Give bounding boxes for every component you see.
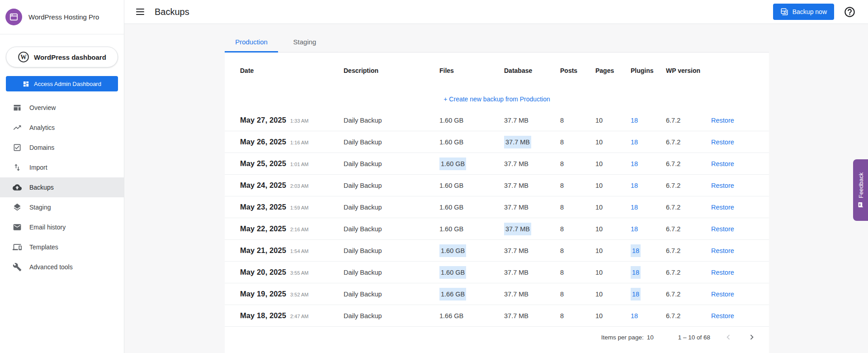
domains-icon bbox=[13, 143, 22, 152]
sidebar-item-templates[interactable]: Templates bbox=[0, 237, 124, 257]
help-icon bbox=[844, 6, 856, 18]
plugins-count-link[interactable]: 18 bbox=[631, 225, 638, 233]
sidebar-item-staging[interactable]: Staging bbox=[0, 197, 124, 217]
restore-link[interactable]: Restore bbox=[711, 291, 734, 298]
cell-database: 37.7 MB bbox=[504, 312, 560, 320]
column-header-posts: Posts bbox=[560, 67, 595, 74]
cell-database: 37.7 MB bbox=[504, 204, 560, 211]
cell-wp_version: 6.7.2 bbox=[666, 160, 711, 167]
cell-posts: 8 bbox=[560, 247, 595, 254]
cell-files: 1.60 GB bbox=[439, 247, 504, 254]
next-page-icon[interactable] bbox=[746, 332, 757, 343]
items-per-page-label: Items per page: bbox=[601, 334, 644, 341]
cell-date: May 27, 20251:33 AM bbox=[240, 116, 344, 124]
cell-plugins: 18 bbox=[631, 117, 666, 124]
cell-pages: 10 bbox=[595, 138, 631, 146]
sidebar-item-advanced-tools[interactable]: Advanced tools bbox=[0, 257, 124, 277]
plugins-count-link[interactable]: 18 bbox=[631, 244, 641, 257]
plugins-count-link[interactable]: 18 bbox=[631, 160, 638, 167]
cell-description: Daily Backup bbox=[344, 160, 439, 167]
table-row: May 27, 20251:33 AMDaily Backup1.60 GB37… bbox=[225, 110, 769, 131]
cell-wp_version: 6.7.2 bbox=[666, 204, 711, 211]
items-per-page-value[interactable]: 10 bbox=[647, 334, 654, 341]
cell-plugins: 18 bbox=[631, 138, 666, 146]
create-backup-row: + Create new backup from Production bbox=[225, 89, 769, 110]
cell-database: 37.7 MB bbox=[504, 291, 560, 298]
cell-files: 1.60 GB bbox=[439, 204, 504, 211]
access-admin-dashboard-button[interactable]: Access Admin Dashboard bbox=[6, 76, 118, 91]
restore-link[interactable]: Restore bbox=[711, 117, 734, 124]
create-backup-link[interactable]: + Create new backup from Production bbox=[443, 95, 550, 103]
svg-text:W: W bbox=[20, 54, 27, 61]
cell-date: May 25, 20251:01 AM bbox=[240, 159, 344, 168]
restore-link[interactable]: Restore bbox=[711, 138, 734, 146]
menu-icon[interactable] bbox=[136, 8, 145, 15]
restore-link[interactable]: Restore bbox=[711, 182, 734, 189]
column-header-plugins: Plugins bbox=[631, 67, 666, 74]
cell-time: 2:47 AM bbox=[290, 314, 308, 319]
staging-icon bbox=[13, 203, 22, 212]
pagination: Items per page: 10 1 – 10 of 68 bbox=[225, 327, 769, 348]
table-row: May 26, 20251:16 AMDaily Backup1.60 GB37… bbox=[225, 131, 769, 153]
plugins-count-link[interactable]: 18 bbox=[631, 312, 638, 320]
cell-posts: 8 bbox=[560, 291, 595, 298]
plugins-count-link[interactable]: 18 bbox=[631, 266, 641, 279]
cell-date: May 23, 20251:59 AM bbox=[240, 203, 344, 211]
pagination-range: 1 – 10 of 68 bbox=[678, 334, 710, 341]
plugins-count-link[interactable]: 18 bbox=[631, 117, 638, 124]
cell-files: 1.60 GB bbox=[439, 225, 504, 233]
cell-date: May 22, 20252:16 AM bbox=[240, 224, 344, 233]
cell-database: 37.7 MB bbox=[504, 269, 560, 276]
cell-posts: 8 bbox=[560, 182, 595, 189]
cell-date: May 26, 20251:16 AM bbox=[240, 138, 344, 146]
content: ProductionStaging DateDescriptionFilesDa… bbox=[124, 24, 868, 353]
restore-link[interactable]: Restore bbox=[711, 160, 734, 167]
backup-table-icon bbox=[780, 8, 788, 16]
restore-link[interactable]: Restore bbox=[711, 204, 734, 211]
cell-files: 1.60 GB bbox=[439, 182, 504, 189]
cell-wp_version: 6.7.2 bbox=[666, 269, 711, 276]
cell-time: 3:55 AM bbox=[290, 270, 308, 276]
cell-wp_version: 6.7.2 bbox=[666, 182, 711, 189]
restore-link[interactable]: Restore bbox=[711, 269, 734, 276]
cell-time: 1:01 AM bbox=[290, 162, 308, 167]
plugins-count-link[interactable]: 18 bbox=[631, 288, 641, 301]
cell-date: May 24, 20252:03 AM bbox=[240, 181, 344, 190]
sidebar-item-email-history[interactable]: Email history bbox=[0, 217, 124, 237]
sidebar: WordPress Hosting Pro W WordPress dashbo… bbox=[0, 0, 124, 353]
plugins-count-link[interactable]: 18 bbox=[631, 138, 638, 146]
cell-action: Restore bbox=[711, 204, 758, 211]
sidebar-item-domains[interactable]: Domains bbox=[0, 138, 124, 157]
cell-files: 1.60 GB bbox=[439, 160, 504, 167]
sidebar-item-analytics[interactable]: Analytics bbox=[0, 118, 124, 138]
restore-link[interactable]: Restore bbox=[711, 225, 734, 233]
table-row: May 22, 20252:16 AMDaily Backup1.60 GB37… bbox=[225, 218, 769, 240]
cell-pages: 10 bbox=[595, 247, 631, 254]
feedback-chat-icon bbox=[858, 202, 863, 208]
sidebar-item-backups[interactable]: Backups bbox=[0, 177, 124, 197]
access-admin-dashboard-label: Access Admin Dashboard bbox=[34, 81, 101, 87]
backup-now-button[interactable]: Backup now bbox=[773, 4, 834, 20]
main-area: Backups Backup now ProductionStaging bbox=[124, 0, 868, 353]
sidebar-item-label: Overview bbox=[29, 104, 56, 111]
cell-plugins: 18 bbox=[631, 312, 666, 320]
sidebar-item-overview[interactable]: Overview bbox=[0, 98, 124, 118]
plugins-count-link[interactable]: 18 bbox=[631, 182, 638, 189]
page-title: Backups bbox=[155, 7, 189, 17]
cell-time: 1:33 AM bbox=[290, 118, 308, 124]
cell-plugins: 18 bbox=[631, 291, 666, 298]
cell-date: May 20, 20253:55 AM bbox=[240, 268, 344, 277]
tab-production[interactable]: Production bbox=[225, 33, 278, 52]
cell-database: 37.7 MB bbox=[504, 247, 560, 254]
cell-database: 37.7 MB bbox=[504, 138, 560, 146]
wordpress-dashboard-button[interactable]: W WordPress dashboard bbox=[6, 47, 118, 67]
restore-link[interactable]: Restore bbox=[711, 247, 734, 254]
backup-now-label: Backup now bbox=[793, 8, 827, 15]
restore-link[interactable]: Restore bbox=[711, 312, 734, 320]
help-button[interactable] bbox=[844, 6, 856, 18]
tab-staging[interactable]: Staging bbox=[278, 33, 331, 52]
plugins-count-link[interactable]: 18 bbox=[631, 204, 638, 211]
cell-action: Restore bbox=[711, 269, 758, 276]
sidebar-item-import[interactable]: Import bbox=[0, 157, 124, 177]
feedback-tab[interactable]: Feedback bbox=[853, 159, 868, 221]
